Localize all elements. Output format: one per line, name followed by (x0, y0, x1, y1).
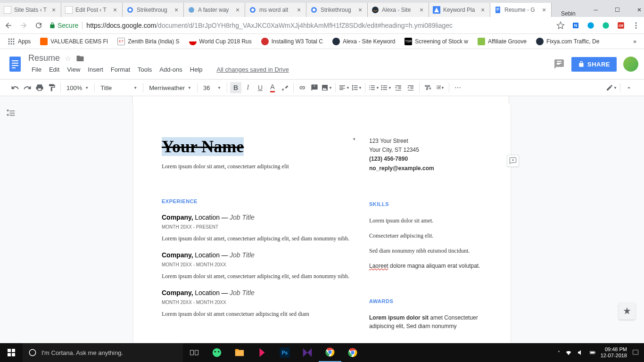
app-icon[interactable] (228, 343, 251, 362)
awards-block[interactable]: Lorem ipsum dolor sit amet Consectetuer … (369, 313, 482, 330)
input-tools-button[interactable]: अ▼ (435, 82, 446, 93)
minimize-button[interactable]: ─ (585, 3, 607, 17)
forward-button[interactable] (19, 21, 28, 30)
browser-tab[interactable]: Alexa - Site× (368, 3, 429, 17)
indent-decrease-button[interactable] (393, 82, 404, 93)
docs-logo-icon[interactable] (6, 55, 25, 74)
bullet-list-button[interactable]: ▼ (380, 82, 392, 93)
maximize-button[interactable]: ☐ (607, 3, 628, 17)
paint-format-button[interactable] (46, 82, 58, 93)
menu-help[interactable]: Help (187, 64, 206, 75)
highlight-button[interactable] (279, 82, 290, 93)
job-entry[interactable]: Company, Location — Job Title MONTH 20XX… (162, 289, 350, 318)
outline-toggle-icon[interactable] (6, 107, 16, 118)
close-icon[interactable]: × (357, 7, 363, 13)
cortana-search[interactable]: I'm Cortana. Ask me anything. (23, 343, 183, 362)
extension-icon[interactable]: N (571, 21, 580, 30)
contact-block[interactable]: 123 Your Street Your City, ST 12345 (123… (369, 137, 482, 173)
zoom-select[interactable]: 100%▼ (64, 84, 91, 91)
bookmark-item[interactable]: Affiliate Groove (474, 36, 530, 47)
bookmark-item[interactable]: TSRScreening of Stock w (401, 36, 472, 47)
close-button[interactable]: ✕ (628, 3, 644, 17)
folder-icon[interactable] (76, 54, 84, 63)
browser-tab-active[interactable]: Resume - G× (490, 3, 552, 17)
undo-button[interactable] (9, 82, 21, 93)
share-button[interactable]: SHARE (571, 57, 617, 72)
back-button[interactable] (4, 21, 13, 30)
section-handle-icon[interactable]: ▾ (353, 137, 355, 141)
taskview-icon[interactable] (183, 343, 206, 362)
job-entry[interactable]: Company, Location — Job Title MONTH 20XX… (162, 214, 350, 243)
menu-tools[interactable]: Tools (134, 64, 155, 75)
editing-mode-button[interactable]: ▼ (606, 82, 617, 93)
extension-icon[interactable] (586, 21, 595, 30)
style-select[interactable]: Title▼ (98, 84, 140, 91)
browser-tab[interactable]: ms word alt× (245, 3, 306, 17)
section-heading[interactable]: AWARDS (369, 298, 482, 304)
extension-icon[interactable]: Off (617, 21, 625, 30)
app-icon[interactable] (251, 343, 273, 362)
star-icon[interactable] (556, 21, 565, 30)
close-icon[interactable]: × (479, 7, 486, 13)
section-heading[interactable]: SKILLS (369, 201, 482, 207)
url-input[interactable]: Secure https://docs.google.com/document/… (49, 19, 551, 32)
browser-tab[interactable]: Site Stats ‹ T× (0, 3, 61, 17)
menu-insert[interactable]: Insert (84, 64, 107, 75)
menu-icon[interactable] (632, 21, 640, 30)
font-select[interactable]: Merriweather▼ (146, 84, 194, 91)
link-button[interactable] (297, 82, 308, 93)
browser-tab[interactable]: A faster way× (184, 3, 245, 17)
close-icon[interactable]: × (234, 7, 241, 13)
menu-view[interactable]: View (64, 64, 83, 75)
close-icon[interactable]: × (296, 7, 302, 13)
close-icon[interactable]: × (173, 7, 180, 13)
close-icon[interactable]: × (50, 7, 57, 13)
bookmark-item[interactable]: Fixya.com Traffic, De (532, 36, 603, 47)
comment-button[interactable]: + (309, 82, 320, 93)
notifications-icon[interactable] (632, 349, 639, 356)
chrome-icon[interactable] (319, 343, 341, 362)
text-color-button[interactable]: A (267, 82, 278, 93)
job-entry[interactable]: Company, Location — Job Title MONTH 20XX… (162, 251, 350, 280)
add-comment-button[interactable] (507, 155, 519, 167)
chrome-profile[interactable]: Sebin (552, 10, 585, 17)
italic-button[interactable]: I (242, 82, 254, 93)
bookmark-item[interactable]: ETZenith Birla (India) S (114, 36, 183, 47)
browser-tab[interactable]: Strikethroug× (123, 3, 184, 17)
start-button[interactable] (0, 343, 23, 362)
avatar[interactable] (623, 57, 638, 72)
clock[interactable]: 09:48 PM 12-07-2018 (601, 346, 627, 359)
save-status[interactable]: All changes saved in Drive (214, 64, 292, 75)
extension-icon[interactable] (602, 21, 610, 30)
app-icon[interactable]: Ps (273, 343, 296, 362)
app-icon[interactable] (206, 343, 228, 362)
page[interactable]: ▾ Your Name Lorem ipsum dolor sit amet, … (133, 104, 511, 343)
close-icon[interactable]: × (541, 7, 547, 13)
print-button[interactable] (34, 82, 45, 93)
redo-button[interactable] (22, 82, 33, 93)
bookmark-item[interactable]: Installing W3 Total C (257, 36, 327, 47)
bold-button[interactable]: B (230, 82, 241, 93)
app-icon[interactable] (296, 343, 319, 362)
section-heading[interactable]: EXPERIENCE (162, 198, 350, 204)
bookmarks-overflow[interactable]: » (629, 36, 640, 47)
menu-addons[interactable]: Add-ons (156, 64, 185, 75)
menu-file[interactable]: File (28, 64, 45, 75)
resume-name[interactable]: Your Name (162, 137, 244, 156)
bookmark-item[interactable]: World Cup 2018 Rus (185, 36, 256, 47)
explore-button[interactable] (619, 303, 636, 320)
tray-chevron-icon[interactable]: ˄ (558, 350, 560, 355)
apps-button[interactable]: Apps (4, 36, 34, 47)
hide-menus-button[interactable] (623, 82, 635, 93)
browser-tab[interactable]: Edit Post ‹ T× (61, 3, 123, 17)
align-button[interactable]: ▼ (339, 82, 350, 93)
wifi-icon[interactable] (565, 349, 572, 356)
bookmark-item[interactable]: VALUEABLE GEMS FI (36, 36, 112, 47)
fontsize-select[interactable]: 36▼ (200, 84, 224, 91)
star-icon[interactable]: ☆ (65, 54, 71, 63)
menu-format[interactable]: Format (107, 64, 133, 75)
ruler[interactable] (0, 96, 644, 104)
battery-icon[interactable] (589, 349, 596, 356)
bookmark-item[interactable]: Alexa - Site Keyword (329, 36, 399, 47)
clear-format-button[interactable] (422, 82, 434, 93)
